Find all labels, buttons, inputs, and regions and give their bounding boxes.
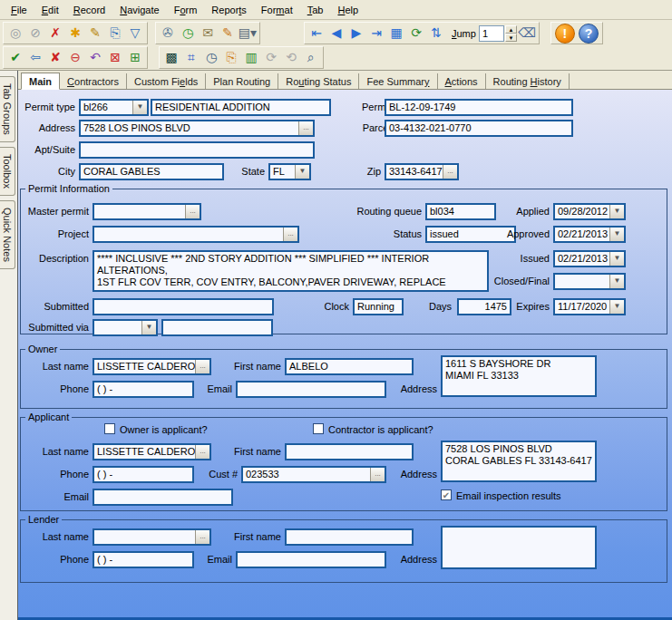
menu-reports[interactable]: Reports (204, 2, 254, 18)
sync-two-icon[interactable]: ⟲ (281, 48, 301, 68)
applicant-email-field[interactable] (93, 489, 233, 506)
copy-record-icon[interactable]: ⎘ (105, 24, 125, 44)
applicant-phone-field[interactable]: ( ) - (93, 466, 194, 483)
side-tab-tab-groups[interactable]: Tab Groups (0, 76, 15, 142)
lender-email-field[interactable] (236, 551, 386, 568)
submitted-via-extra-field[interactable] (161, 319, 273, 336)
state-combo[interactable]: FL ▼ (268, 163, 311, 180)
applicant-first-name-field[interactable] (285, 443, 414, 460)
prev-record-icon[interactable]: ◀ (326, 24, 346, 44)
tab-plan-routing[interactable]: Plan Routing (206, 73, 278, 89)
menu-file[interactable]: File (4, 2, 34, 18)
return-doc-icon[interactable]: ⇦ (25, 48, 45, 68)
cancel-doc-icon[interactable]: ✘ (45, 48, 65, 68)
permit-type-combo[interactable]: bl266 ▼ (79, 99, 149, 116)
sync-one-icon[interactable]: ⟳ (261, 48, 281, 68)
eraser-icon[interactable]: ⌫ (517, 24, 537, 44)
menu-edit[interactable]: Edit (34, 2, 66, 18)
tab-actions[interactable]: Actions (438, 73, 486, 89)
print-icon[interactable]: ▤▾ (238, 24, 258, 44)
jump-spin-down[interactable]: ▼ (505, 34, 517, 42)
issued-dropdown-button[interactable]: ▼ (609, 252, 624, 266)
applied-dropdown-button[interactable]: ▼ (609, 205, 624, 218)
project-browse-button[interactable]: ... (283, 228, 297, 241)
cust-no-field[interactable]: 023533 ... (241, 466, 386, 483)
tab-contractors[interactable]: Contractors (60, 73, 127, 89)
apt-suite-field[interactable] (79, 141, 315, 159)
search-records-icon[interactable]: ⌕ (301, 48, 321, 68)
alert-button[interactable]: ! (555, 24, 575, 44)
permit-type-desc-field[interactable]: RESIDENTIAL ADDITION (151, 99, 331, 116)
days-field[interactable]: 1475 (457, 298, 511, 315)
city-field[interactable]: CORAL GABLES (79, 163, 224, 180)
lender-first-name-field[interactable] (285, 528, 414, 546)
tab-routing-history[interactable]: Routing History (486, 73, 570, 89)
edit-record-icon[interactable]: ✎ (85, 24, 105, 44)
routing-queue-field[interactable]: bl034 (425, 203, 496, 220)
lender-address-field[interactable] (441, 526, 597, 569)
attachments-icon[interactable]: ✇ (158, 24, 178, 44)
tab-custom-fields[interactable]: Custom Fields (127, 73, 206, 89)
last-record-icon[interactable]: ⇥ (366, 24, 386, 44)
map-icon[interactable]: ▩ (161, 48, 181, 68)
browse-grid-icon[interactable]: ▦ (386, 24, 406, 44)
clock-icon[interactable]: ◷ (201, 48, 221, 68)
menu-format[interactable]: Format (254, 2, 300, 18)
expires-date-combo[interactable]: 11/17/2020 ▼ (553, 298, 626, 315)
project-field[interactable]: ... (93, 226, 299, 243)
owner-last-name-browse-button[interactable]: ... (195, 360, 209, 373)
add-note-icon[interactable]: ⊞ (125, 48, 145, 68)
delete-record-icon[interactable]: ✗ (45, 24, 65, 44)
closed-final-date-combo[interactable]: ▼ (553, 273, 626, 290)
tab-main[interactable]: Main (21, 73, 60, 90)
first-record-icon[interactable]: ⇤ (307, 24, 326, 44)
approved-date-combo[interactable]: 02/21/2013 ▼ (553, 226, 626, 243)
menu-tab[interactable]: Tab (300, 2, 331, 18)
permit-type-dropdown-button[interactable]: ▼ (132, 101, 147, 114)
clock-field[interactable]: Running (353, 298, 404, 315)
address-browse-button[interactable]: ... (298, 121, 313, 135)
parcel-field[interactable]: 03-4132-021-0770 (385, 120, 573, 137)
master-permit-browse-button[interactable]: ... (185, 205, 200, 218)
stop-doc-icon[interactable]: ⊖ (65, 48, 85, 68)
applicant-address-field[interactable]: 7528 LOS PINOS BLVDCORAL GABLES FL 33143… (441, 441, 597, 482)
tab-fee-summary[interactable]: Fee Summary (359, 73, 437, 89)
owner-email-field[interactable] (236, 381, 386, 398)
applicant-last-name-browse-button[interactable]: ... (195, 445, 209, 459)
cust-no-browse-button[interactable]: ... (370, 468, 385, 481)
approved-dropdown-button[interactable]: ▼ (609, 228, 624, 241)
description-field[interactable]: **** INCLUSIVE *** 2ND STORY ADDITION **… (93, 250, 489, 292)
help-button[interactable]: ? (579, 24, 599, 44)
master-permit-field[interactable]: ... (93, 203, 201, 220)
jump-spin-up[interactable]: ▲ (505, 25, 517, 34)
menu-form[interactable]: Form (167, 2, 205, 18)
delete-doc-icon[interactable]: ⊠ (105, 48, 125, 68)
approve-record-icon[interactable]: ◎ (5, 24, 25, 44)
menu-record[interactable]: Record (66, 2, 112, 18)
lender-last-name-field[interactable]: ... (93, 528, 211, 546)
applied-date-combo[interactable]: 09/28/2012 ▼ (553, 203, 626, 220)
sort-icon[interactable]: ⇅ (426, 24, 446, 44)
signature-icon[interactable]: ✎ (218, 24, 238, 44)
paste-special-icon[interactable]: ⎘ (221, 48, 241, 68)
submitted-via-combo[interactable]: ▼ (93, 319, 158, 336)
side-tab-toolbox[interactable]: Toolbox (0, 147, 15, 196)
issued-date-combo[interactable]: 02/21/2013 ▼ (553, 250, 626, 267)
new-record-icon[interactable]: ✱ (65, 24, 85, 44)
refresh-icon[interactable]: ⟳ (406, 24, 426, 44)
lender-last-name-browse-button[interactable]: ... (195, 530, 209, 544)
zip-browse-button[interactable]: ... (443, 165, 457, 179)
save-doc-icon[interactable]: ✔ (5, 48, 25, 68)
tab-routing-status[interactable]: Routing Status (278, 73, 359, 89)
menu-help[interactable]: Help (330, 2, 365, 18)
filter-record-icon[interactable]: ▽ (125, 24, 145, 44)
next-record-icon[interactable]: ▶ (346, 24, 366, 44)
owner-address-field[interactable]: 1611 S BAYSHORE DRMIAMI FL 33133 (441, 355, 597, 397)
permit-no-field[interactable]: BL-12-09-1749 (385, 99, 573, 116)
menu-navigate[interactable]: Navigate (112, 2, 166, 18)
undo-doc-icon[interactable]: ↶ (85, 48, 105, 68)
submitted-via-dropdown-button[interactable]: ▼ (141, 321, 156, 334)
expires-dropdown-button[interactable]: ▼ (609, 300, 624, 314)
closed-final-dropdown-button[interactable]: ▼ (609, 275, 624, 288)
side-tab-quick-notes[interactable]: Quick Notes (0, 200, 15, 269)
